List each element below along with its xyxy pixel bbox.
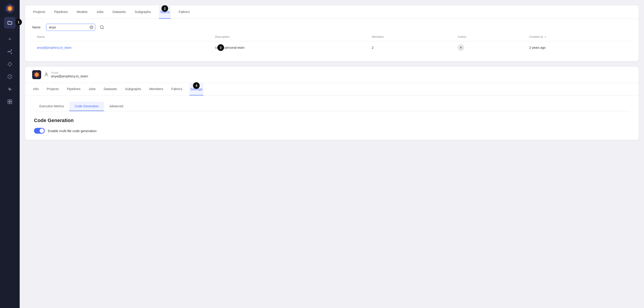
team-header: Team anya@prophecy.io_team [25,67,639,83]
team-nav-info[interactable]: Info [32,83,40,95]
team-nav-pipelines[interactable]: Pipelines [66,83,82,95]
col-description: Description [211,32,368,41]
main-content: Projects Pipelines Models Jobs Datasets … [20,5,644,308]
table-area: Name ✕ Name Descrip [25,19,639,61]
svg-marker-11 [8,62,12,66]
team-nav-settings[interactable]: Settings [190,83,203,95]
team-navigation: Info Projects Pipelines Jobs Datasets Su… [25,83,639,95]
team-members: 2 [368,41,453,54]
toggle-row: Enable multi file code generation [34,128,630,134]
col-members: Members [368,32,453,41]
sub-tab-execution-metrics[interactable]: Execution Metrics [34,102,69,111]
team-nav-subgraphs[interactable]: Subgraphs [124,83,142,95]
sub-tab-advanced[interactable]: Advanced [104,102,128,111]
table-controls: Name ✕ [32,23,632,31]
svg-rect-14 [10,100,12,101]
search-clear-button[interactable]: ✕ [90,25,94,29]
svg-point-6 [11,53,12,54]
app-logo[interactable] [4,3,16,14]
teams-table: Name Description Members Author Created … [32,32,632,54]
sidebar-icon-graph[interactable] [4,46,16,57]
section-title: Code Generation [34,118,630,123]
nav-models[interactable]: Models [76,5,88,18]
svg-line-18 [103,28,104,29]
sidebar-divider [5,31,14,31]
team-author: A [453,41,525,54]
search-input[interactable] [46,24,95,31]
nav-subgraphs[interactable]: Subgraphs [134,5,152,18]
search-wrapper: ✕ [46,24,95,31]
nav-projects[interactable]: Projects [32,5,46,18]
sidebar-icon-grid[interactable] [4,96,16,107]
nav-jobs[interactable]: Jobs [96,5,104,18]
toggle-thumb [40,128,44,133]
team-header-text: Team anya@prophecy.io_team [51,71,88,78]
svg-line-10 [10,52,11,52]
nav-teams[interactable]: Teams [159,5,170,19]
svg-point-22 [46,73,47,74]
code-generation-section: Code Generation Enable multi file code g… [34,118,630,134]
author-avatar: A [458,44,464,51]
team-nav-members[interactable]: Members [148,83,164,95]
sidebar-icon-pulse[interactable] [4,83,16,95]
team-nav-jobs[interactable]: Jobs [88,83,96,95]
svg-rect-15 [8,102,10,104]
svg-point-7 [10,51,10,52]
sub-tab-code-generation[interactable]: Code Generation [69,102,104,111]
col-author: Author [453,32,525,41]
team-header-info: Team anya@prophecy.io_team [44,71,88,78]
nav-datasets[interactable]: Datasets [112,5,126,18]
sort-icon: ⇅ [544,36,546,38]
top-navigation: Projects Pipelines Models Jobs Datasets … [25,5,639,19]
svg-rect-13 [8,100,10,101]
team-panel-logo [32,70,41,79]
table-row: anya@prophecy.io_team 3 User's personal … [32,41,632,54]
svg-rect-16 [10,102,12,104]
team-link[interactable]: anya@prophecy.io_team [37,46,72,49]
sidebar-icon-repository[interactable] [4,17,16,29]
svg-point-4 [8,51,9,52]
settings-sub-tabs: Execution Metrics Code Generation Advanc… [34,102,630,111]
enable-multi-file-toggle[interactable] [34,128,45,134]
settings-content: Execution Metrics Code Generation Advanc… [25,95,639,140]
nav-pipelines[interactable]: Pipelines [53,5,69,18]
col-created-at[interactable]: Created at ⇅ [525,32,632,41]
team-nav-fabrics[interactable]: Fabrics [170,83,183,95]
team-nav-projects[interactable]: Projects [46,83,60,95]
col-name: Name [32,32,211,41]
sidebar-icon-diamond[interactable] [4,58,16,70]
name-label: Name [32,25,44,29]
sidebar-icon-clock[interactable] [4,71,16,82]
nav-fabrics[interactable]: Fabrics [178,5,190,18]
search-submit-button[interactable] [98,23,106,31]
team-nav-datasets[interactable]: Datasets [103,83,118,95]
team-created-at: 2 years ago [525,41,632,54]
team-person-icon [44,72,49,77]
svg-point-17 [100,26,103,29]
sidebar-icon-add[interactable]: + [4,33,16,45]
team-description: User's personal team [211,41,368,54]
sidebar: 1 + [0,0,20,308]
toggle-label: Enable multi file code generation [48,129,96,133]
teams-list-panel: Projects Pipelines Models Jobs Datasets … [25,5,639,61]
svg-point-5 [11,50,12,50]
team-detail-panel: Team anya@prophecy.io_team Info Projects… [25,67,639,140]
team-breadcrumb-label: Team [51,71,88,74]
team-name-display: anya@prophecy.io_team [51,74,88,78]
